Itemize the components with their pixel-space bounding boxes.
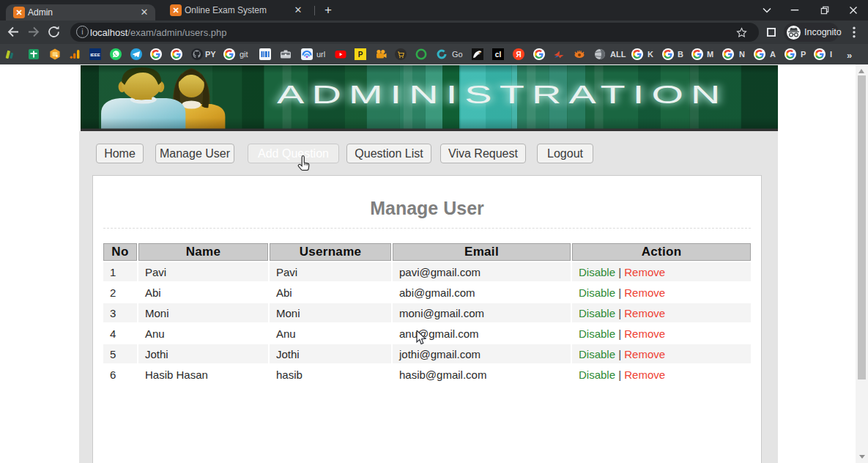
svg-text:P: P	[358, 51, 363, 59]
svg-text:IEEE: IEEE	[90, 53, 100, 57]
svg-text:Я: Я	[516, 51, 521, 59]
svg-text:cl: cl	[495, 51, 502, 59]
